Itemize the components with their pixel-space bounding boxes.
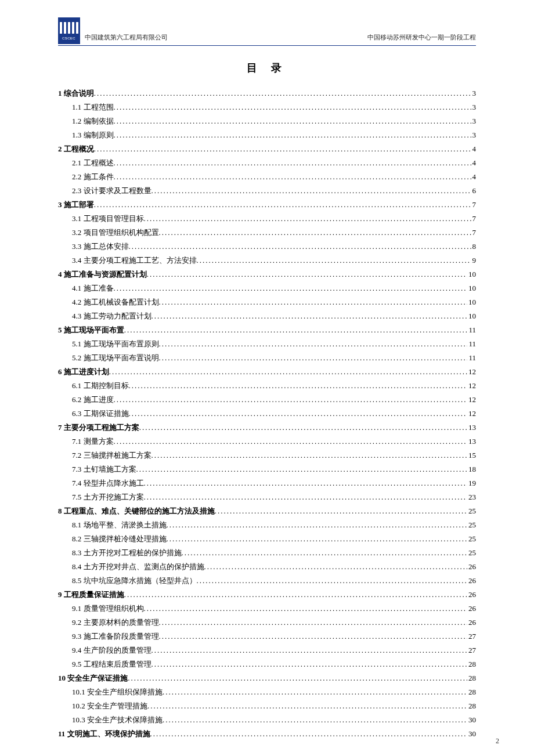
logo-bars (60, 22, 78, 34)
toc-dots (150, 727, 467, 741)
toc-row: 2.2 施工条件 4 (58, 170, 476, 184)
toc-entry-page: 4 (471, 156, 477, 170)
toc-entry-text: 7 主要分项工程施工方案 (58, 421, 139, 435)
toc-row: 6 施工进度计划 12 (58, 365, 476, 379)
toc-dots (151, 309, 468, 323)
toc-entry-page: 15 (467, 448, 476, 462)
toc-row: 1 综合说明 3 (58, 86, 476, 100)
toc-dots (182, 546, 468, 560)
toc-row: 7.2 三轴搅拌桩施工方案 15 (58, 448, 476, 462)
toc-dots (197, 254, 471, 267)
toc-row: 8.1 场地平整、清淤换土措施 25 (58, 518, 476, 532)
toc-dots (159, 351, 468, 365)
toc-entry-text: 9.3 施工准备阶段质量管理 (72, 630, 159, 643)
toc-entry-text: 7.1 测量方案 (72, 435, 114, 448)
toc-entry-page: 3 (471, 114, 477, 128)
toc-entry-page: 27 (467, 630, 476, 643)
toc-entry-page: 13 (467, 421, 476, 435)
toc-row: 9.4 生产阶段的质量管理 27 (58, 643, 476, 657)
toc-entry-page: 13 (467, 435, 476, 448)
toc-dots (159, 630, 468, 643)
toc-entry-text: 2.2 施工条件 (72, 170, 114, 184)
toc-dots (151, 643, 468, 657)
toc-dots (128, 671, 467, 685)
toc-row: 10.3 安全生产技术保障措施 30 (58, 713, 476, 727)
toc-dots (159, 295, 468, 309)
toc-entry-page: 25 (467, 518, 476, 532)
toc-entry-page: 30 (467, 727, 476, 741)
toc-entry-page: 12 (467, 365, 476, 379)
toc-entry-text: 5 施工现场平面布置 (58, 323, 124, 337)
toc-row: 11 文明施工、环境保护措施 30 (58, 727, 476, 741)
toc-row: 1.1 工程范围 3 (58, 100, 476, 114)
toc-entry-page: 3 (471, 100, 477, 114)
toc-row: 2.1 工程概述 4 (58, 156, 476, 170)
toc-entry-page: 10 (467, 267, 476, 281)
toc-entry-text: 6.3 工期保证措施 (72, 407, 129, 421)
toc-dots (167, 518, 468, 532)
doc-header: CSCEC 中国建筑第六工程局有限公司 中国移动苏州研发中心一期一阶段工程 (58, 17, 476, 46)
toc-dots (114, 114, 471, 128)
toc-row: 10.2 安全生产管理措施 28 (58, 699, 476, 713)
toc-dots (147, 699, 467, 713)
toc-dots (144, 476, 468, 490)
toc-entry-text: 5.1 施工现场平面布置原则 (72, 337, 159, 351)
toc-entry-page: 7 (471, 198, 477, 212)
toc-entry-page: 11 (467, 323, 476, 337)
toc-entry-text: 3 施工部署 (58, 198, 94, 212)
toc-row: 4.2 施工机械设备配置计划 10 (58, 295, 476, 309)
toc-row: 3.3 施工总体安排 8 (58, 240, 476, 254)
toc-entry-page: 11 (467, 337, 476, 351)
toc-dots (114, 393, 468, 407)
toc-dots (94, 142, 471, 156)
toc-dots (114, 170, 471, 184)
toc-row: 2 工程概况 4 (58, 142, 476, 156)
toc-row: 5 施工现场平面布置 11 (58, 323, 476, 337)
toc-row: 7.5 土方开挖施工方案 23 (58, 490, 476, 504)
toc-dots (114, 156, 471, 170)
toc-entry-text: 3.4 主要分项工程施工工艺、方法安排 (72, 254, 197, 267)
toc-entry-page: 30 (467, 713, 476, 727)
toc-entry-page: 19 (467, 476, 476, 490)
toc-entry-text: 1 综合说明 (58, 86, 94, 100)
toc-row: 9.1 质量管理组织机构 26 (58, 602, 476, 616)
toc-entry-text: 10.1 安全生产组织保障措施 (72, 685, 163, 699)
toc-entry-page: 25 (467, 546, 476, 560)
toc-dots (204, 560, 468, 574)
toc-entry-page: 28 (467, 671, 476, 685)
toc-entry-page: 28 (467, 685, 476, 699)
toc-dots (144, 602, 468, 616)
toc-dots (124, 588, 467, 602)
toc-entry-page: 6 (471, 184, 477, 198)
toc-entry-text: 10.3 安全生产技术保障措施 (72, 713, 163, 727)
toc-row: 1.3 编制原则 3 (58, 128, 476, 142)
toc-row: 7.4 轻型井点降水施工 19 (58, 476, 476, 490)
toc-entry-text: 3.1 工程项目管理目标 (72, 212, 144, 226)
toc-entry-text: 4.3 施工劳动力配置计划 (72, 309, 151, 323)
toc-entry-text: 2 工程概况 (58, 142, 94, 156)
toc-entry-page: 28 (467, 657, 476, 671)
toc-dots (197, 574, 468, 588)
toc-dots (147, 267, 467, 281)
toc-row: 6.2 施工进度 12 (58, 393, 476, 407)
toc-entry-text: 9.4 生产阶段的质量管理 (72, 643, 151, 657)
toc-entry-page: 10 (467, 309, 476, 323)
toc-entry-page: 3 (471, 86, 477, 100)
company-name: 中国建筑第六工程局有限公司 (85, 33, 168, 44)
toc-entry-text: 7.2 三轴搅拌桩施工方案 (72, 448, 151, 462)
toc-entry-text: 8 工程重点、难点、关键部位的施工方法及措施 (58, 504, 215, 518)
toc-entry-page: 28 (467, 699, 476, 713)
toc-dots (94, 86, 471, 100)
toc-entry-text: 9.2 主要原材料的质量管理 (72, 616, 159, 630)
toc-dots (159, 226, 471, 240)
toc-entry-text: 8.3 土方开挖对工程桩的保护措施 (72, 546, 182, 560)
toc-row: 9.3 施工准备阶段质量管理 27 (58, 630, 476, 643)
toc-entry-text: 7.4 轻型井点降水施工 (72, 476, 144, 490)
toc-entry-text: 8.1 场地平整、清淤换土措施 (72, 518, 167, 532)
toc-dots (114, 435, 468, 448)
toc-entry-text: 8.5 坑中坑应急降水措施（轻型井点） (72, 574, 197, 588)
toc-row: 9.5 工程结束后质量管理 28 (58, 657, 476, 671)
toc-row: 10 安全生产保证措施 28 (58, 671, 476, 685)
toc-dots (151, 184, 471, 198)
toc-entry-text: 6.2 施工进度 (72, 393, 114, 407)
